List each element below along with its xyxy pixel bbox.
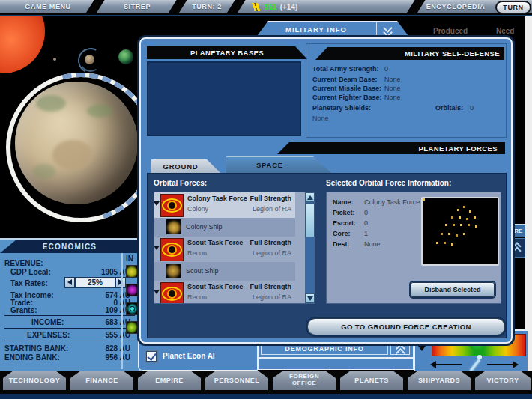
scroll-down-button[interactable] xyxy=(305,293,315,303)
force-row-scout-task-force-2[interactable]: Scout Task Force Recon Full Strength Leg… xyxy=(154,281,295,304)
credits-delta: (+14) xyxy=(280,3,298,11)
tab-finance[interactable]: FINANCE xyxy=(70,371,133,390)
colony-ship-icon xyxy=(166,219,181,234)
tab-technology[interactable]: TECHNOLOGY xyxy=(3,371,66,390)
industry-divider-line xyxy=(121,253,123,369)
insignia-ring xyxy=(162,198,182,213)
fleet-preview xyxy=(421,197,499,266)
moon-planet[interactable] xyxy=(85,55,94,64)
orbitals-value: 0 xyxy=(470,104,474,112)
self-defense-panel: MILITARY SELF-DEFENSE Total Army Strengt… xyxy=(306,43,507,138)
planet-econ-ai-checkbox[interactable] xyxy=(145,350,158,363)
bottom-blue-strip xyxy=(0,394,532,399)
income-label: INCOME: xyxy=(31,318,64,326)
planetary-forces-header: PLANETARY FORCES xyxy=(277,142,505,154)
force-status: Full Strength xyxy=(250,239,292,246)
force-row-scout-task-force[interactable]: Scout Task Force Recon Full Strength Leg… xyxy=(154,237,295,262)
divider xyxy=(4,315,135,316)
force-name: Colony Task Force xyxy=(187,195,247,202)
row-expand-icon[interactable] xyxy=(154,201,160,206)
gauge-needle-tip xyxy=(477,355,482,359)
green-planet[interactable] xyxy=(118,49,133,64)
insignia-pupil xyxy=(167,245,177,255)
orbitals-label: Orbitals: xyxy=(435,104,463,112)
scroll-thumb[interactable] xyxy=(305,203,315,237)
planetary-shields-value: None xyxy=(312,115,329,122)
gauge-left-arrow-icon[interactable] xyxy=(435,364,462,365)
ending-bank-value: 956 AU xyxy=(105,353,130,362)
topbar-divider xyxy=(85,0,104,13)
divider xyxy=(4,341,135,341)
triangle-up-icon xyxy=(307,195,313,200)
military-info-title-tab[interactable]: MILITARY INFO xyxy=(255,21,411,39)
ship-row-scout-ship[interactable]: Scout Ship xyxy=(154,262,295,281)
force-type: Colony xyxy=(187,205,208,213)
task-force-insignia-icon xyxy=(160,194,184,217)
produced-column-header: Produced xyxy=(433,27,468,35)
ship-row-colony-ship[interactable]: Colony Ship xyxy=(154,218,295,237)
insignia-pupil xyxy=(167,289,177,299)
game-screen: Produced Need 3 20 /5 6% ent URE GAME ME… xyxy=(0,0,532,399)
planetary-bases-box xyxy=(147,61,301,136)
row-expand-icon[interactable] xyxy=(154,246,160,250)
tab-victory[interactable]: VICTORY xyxy=(475,371,531,390)
beam-base-value: None xyxy=(384,76,401,83)
gauge-right-arrowhead xyxy=(513,361,519,368)
tab-foreign-office[interactable]: FOREIGN OFFICE xyxy=(273,371,336,390)
economics-panel: ECONOMICS REVENUE: GDP Local: 1905 AU Ta… xyxy=(0,238,141,371)
check-icon xyxy=(147,351,156,361)
ground-force-creation-button[interactable]: GO TO GROUND FORCE CREATION xyxy=(307,318,505,335)
info-dest-label: Dest: xyxy=(333,240,350,248)
gauge-right-arrow-icon[interactable] xyxy=(487,364,514,365)
tab-empire[interactable]: EMPIRE xyxy=(138,371,201,390)
orbital-forces-list[interactable]: Colony Task Force Colony Full Strength L… xyxy=(154,192,315,304)
info-core-label: Core: xyxy=(333,230,351,237)
demographic-collapse-button[interactable] xyxy=(390,342,410,355)
sitrep-button[interactable]: SITREP xyxy=(103,0,171,13)
small-planet-dot[interactable] xyxy=(53,58,56,61)
tab-shipyards[interactable]: SHIPYARDS xyxy=(408,371,471,390)
tax-rate-stepper: 25% xyxy=(64,277,126,288)
gauge-drop-arrowhead xyxy=(418,346,426,351)
tax-decrease-button[interactable] xyxy=(64,277,75,288)
tab-planets[interactable]: PLANETS xyxy=(340,371,403,390)
selected-planet[interactable] xyxy=(15,82,138,204)
force-name: Scout Task Force xyxy=(187,283,243,290)
fighter-base-value: None xyxy=(384,94,401,101)
fleet-formation-dots xyxy=(423,198,425,201)
tab-personnel[interactable]: PERSONNEL xyxy=(205,371,268,390)
triangle-down-icon xyxy=(307,296,313,301)
planet-econ-ai-label: Planet Econ AI xyxy=(163,352,215,360)
planetary-bases-header: PLANETARY BASES xyxy=(147,46,307,59)
industry-production-icon[interactable] xyxy=(126,302,139,315)
gauge-left-arrowhead xyxy=(430,361,436,368)
industry-agriculture-icon[interactable] xyxy=(126,265,139,278)
tax-rate-field: 25% xyxy=(75,277,115,288)
task-force-insignia-icon xyxy=(160,238,184,261)
row-expand-icon[interactable] xyxy=(154,290,160,294)
scroll-up-button[interactable] xyxy=(305,192,315,202)
force-status: Full Strength xyxy=(250,283,292,290)
info-picket-label: Picket: xyxy=(333,209,355,216)
force-name: Scout Task Force xyxy=(187,239,243,246)
tab-space[interactable]: SPACE xyxy=(226,156,331,173)
ship-name: Colony Ship xyxy=(186,223,223,231)
top-menu-bar: GAME MENU SITREP TURN: 2 951 (+14) ENCYC… xyxy=(0,0,532,15)
list-scrollbar[interactable] xyxy=(305,192,315,303)
turn-button[interactable]: TURN xyxy=(495,1,531,14)
starting-bank-label: STARTING BANK: xyxy=(4,344,68,353)
topbar-divider xyxy=(226,0,245,13)
space-forces-panel: Orbital Forces: Colony Task Force Colony… xyxy=(147,173,507,338)
industry-mining-icon[interactable] xyxy=(126,284,139,296)
scout-ship-icon xyxy=(166,264,181,278)
dialog-collapse-button[interactable] xyxy=(377,22,398,39)
tax-increase-button[interactable] xyxy=(115,277,126,288)
industry-research-icon[interactable] xyxy=(126,321,139,334)
disband-selected-button[interactable]: Disband Selected xyxy=(411,282,495,297)
force-row-colony-task-force[interactable]: Colony Task Force Colony Full Strength L… xyxy=(154,192,295,218)
force-type: Recon xyxy=(187,293,207,301)
tab-ground[interactable]: GROUND xyxy=(151,159,220,173)
game-menu-button[interactable]: GAME MENU xyxy=(7,0,88,13)
force-owner: Legion of RA xyxy=(253,293,291,301)
encyclopedia-button[interactable]: ENCYCLOPEDIA xyxy=(420,0,492,13)
